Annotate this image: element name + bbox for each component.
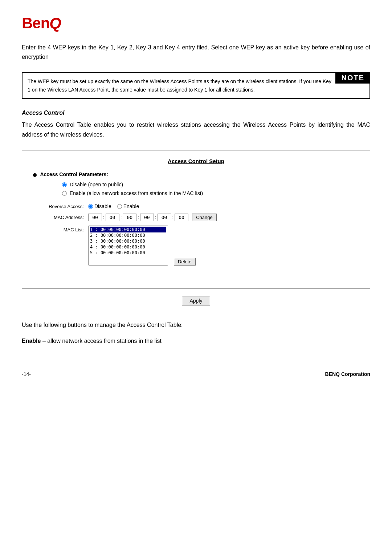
- footer: -14- BENQ Corporation: [22, 368, 370, 377]
- mac-list-label: MAC List:: [33, 226, 84, 232]
- disable-option[interactable]: Disable (open to public): [62, 182, 359, 187]
- change-button[interactable]: Change: [192, 214, 217, 221]
- divider: [22, 288, 370, 289]
- mac-sep-5: :: [172, 215, 174, 220]
- list-item[interactable]: 4 : 00:00:00:00:00:00: [90, 244, 166, 250]
- reverse-access-label: Reverse Access:: [33, 204, 84, 209]
- access-control-title: Access Control: [22, 110, 370, 116]
- reverse-enable-radio[interactable]: [117, 204, 122, 209]
- enable-bold: Enable: [22, 338, 41, 344]
- delete-btn-wrapper: Delete: [171, 226, 196, 266]
- reverse-disable-label[interactable]: Disable: [88, 203, 111, 209]
- enable-option[interactable]: Enable (allow network access from statio…: [62, 190, 359, 196]
- access-control-section: Access Control The Access Control Table …: [22, 110, 370, 305]
- note-text: The WEP key must be set up exactly the s…: [28, 77, 364, 94]
- bottom-enable-text: Enable – allow network access from stati…: [22, 336, 370, 346]
- page-number: -14-: [22, 371, 31, 377]
- mac-field-1[interactable]: [88, 214, 102, 221]
- list-item[interactable]: 1 : 00:00:00:00:00:00: [90, 227, 166, 232]
- params-label: Access Control Parameters:: [33, 171, 359, 177]
- mac-sep-4: :: [155, 215, 156, 220]
- delete-button[interactable]: Delete: [174, 258, 196, 266]
- mac-list[interactable]: 1 : 00:00:00:00:00:00 2 : 00:00:00:00:00…: [88, 226, 168, 266]
- list-item[interactable]: 5 : 00:00:00:00:00:00: [90, 250, 166, 256]
- mac-fields: : : : : : Change: [88, 214, 217, 221]
- note-label: NOTE: [335, 72, 370, 84]
- setup-container: Access Control Setup Access Control Para…: [22, 150, 370, 281]
- form-rows: Reverse Access: Disable Enable MAC Addre…: [33, 203, 359, 266]
- note-box: NOTE The WEP key must be set up exactly …: [22, 72, 370, 99]
- bottom-text: Use the following buttons to manage the …: [22, 320, 370, 330]
- mac-address-row: MAC Address: : : : : : Change: [33, 214, 359, 221]
- mac-sep-2: :: [121, 215, 122, 220]
- mac-field-2[interactable]: [106, 214, 119, 221]
- benq-logo: BenQ: [22, 15, 61, 32]
- reverse-disable-radio[interactable]: [88, 204, 93, 209]
- company-name: BENQ Corporation: [325, 371, 370, 377]
- reverse-access-row: Reverse Access: Disable Enable: [33, 203, 359, 209]
- mac-sep-1: :: [103, 215, 105, 220]
- setup-title: Access Control Setup: [33, 158, 359, 164]
- mac-address-label: MAC Address:: [33, 215, 84, 220]
- enable-radio[interactable]: [62, 191, 67, 196]
- mac-field-6[interactable]: [175, 214, 188, 221]
- intro-text: Enter the 4 WEP keys in the Key 1, Key 2…: [22, 43, 370, 61]
- apply-button[interactable]: Apply: [182, 296, 210, 305]
- mac-field-5[interactable]: [158, 214, 171, 221]
- disable-radio[interactable]: [62, 182, 67, 187]
- bullet-icon: [33, 173, 37, 177]
- enable-desc: – allow network access from stations in …: [41, 338, 162, 344]
- apply-row: Apply: [22, 296, 370, 305]
- mac-list-wrapper: 1 : 00:00:00:00:00:00 2 : 00:00:00:00:00…: [88, 226, 168, 266]
- mac-list-row: MAC List: 1 : 00:00:00:00:00:00 2 : 00:0…: [33, 226, 359, 266]
- mac-field-3[interactable]: [123, 214, 136, 221]
- list-item[interactable]: 2 : 00:00:00:00:00:00: [90, 232, 166, 238]
- access-control-desc: The Access Control Table enables you to …: [22, 120, 370, 139]
- mac-field-4[interactable]: [140, 214, 154, 221]
- mac-list-area: 1 : 00:00:00:00:00:00 2 : 00:00:00:00:00…: [88, 226, 196, 266]
- reverse-enable-label[interactable]: Enable: [117, 203, 139, 209]
- logo-container: BenQ: [22, 15, 370, 32]
- mac-sep-3: :: [138, 215, 139, 220]
- reverse-options: Disable Enable: [88, 203, 139, 209]
- list-item[interactable]: 3 : 00:00:00:00:00:00: [90, 238, 166, 244]
